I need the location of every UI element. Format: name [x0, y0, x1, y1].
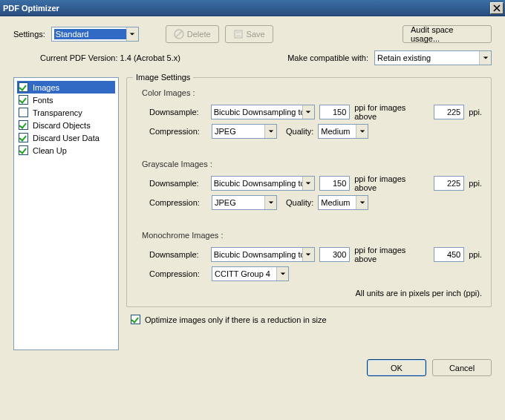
input-value: 300	[333, 250, 346, 259]
dropdown-value: Bicubic Downsampling to	[214, 179, 302, 188]
svg-rect-3	[236, 30, 241, 33]
input-value: 225	[447, 179, 460, 188]
category-label: Fonts	[33, 96, 53, 105]
svg-line-1	[176, 31, 182, 37]
gray-compression-dropdown[interactable]: JPEG	[212, 195, 277, 210]
image-settings-group: Image Settings Color Images : Downsample…	[126, 77, 492, 307]
dropdown-value: JPEG	[215, 198, 264, 207]
chevron-down-icon	[356, 196, 368, 209]
category-label: Discard Objects	[33, 121, 91, 130]
category-list[interactable]: ImagesFontsTransparencyDiscard ObjectsDi…	[13, 77, 119, 350]
compat-value: Retain existing	[377, 53, 479, 62]
color-quality-dropdown[interactable]: Medium	[318, 124, 368, 139]
dialog-footer: OK Cancel	[13, 359, 492, 376]
compression-label: Compression:	[149, 127, 207, 136]
above-label: ppi for images above	[354, 103, 429, 121]
grayscale-images-head: Grayscale Images :	[142, 160, 482, 168]
above-label: ppi for images above	[354, 174, 429, 192]
color-images-head: Color Images :	[142, 88, 482, 97]
gray-downsample-dropdown[interactable]: Bicubic Downsampling to	[211, 176, 315, 191]
settings-label: Settings:	[13, 30, 45, 39]
cancel-button[interactable]: Cancel	[432, 359, 492, 376]
group-legend: Image Settings	[133, 73, 193, 82]
delete-icon	[174, 29, 184, 39]
quality-label: Quality:	[286, 127, 313, 136]
mono-above-ppi-input[interactable]: 450	[434, 247, 464, 262]
color-downsample-dropdown[interactable]: Bicubic Downsampling to	[211, 105, 315, 119]
ppi-label: ppi.	[469, 108, 482, 117]
save-button: Save	[225, 25, 273, 43]
color-above-ppi-input[interactable]: 225	[434, 105, 464, 119]
compat-dropdown[interactable]: Retain existing	[374, 50, 492, 65]
chevron-down-icon	[302, 248, 314, 261]
delete-label: Delete	[187, 30, 211, 39]
units-note: All units are in pixels per inch (ppi).	[136, 289, 482, 298]
ppi-label: ppi.	[469, 179, 482, 188]
downsample-label: Downsample:	[149, 250, 206, 259]
category-checkbox[interactable]	[19, 95, 28, 105]
chevron-down-icon	[356, 125, 368, 138]
category-label: Transparency	[33, 108, 82, 117]
window-title: PDF Optimizer	[3, 4, 490, 13]
ok-button[interactable]: OK	[367, 359, 426, 376]
optimize-only-label: Optimize images only if there is a reduc…	[145, 315, 327, 324]
dropdown-value: Medium	[321, 198, 356, 207]
category-item[interactable]: Discard User Data	[19, 131, 114, 144]
button-label: Cancel	[449, 364, 475, 373]
dropdown-value: JPEG	[215, 127, 264, 136]
input-value: 225	[447, 108, 460, 117]
category-checkbox[interactable]	[19, 108, 28, 117]
color-compression-dropdown[interactable]: JPEG	[212, 124, 277, 139]
toolbar: Settings: Standard Delete Save Audit spa…	[13, 25, 492, 43]
chevron-down-icon	[264, 125, 276, 138]
dropdown-value: Bicubic Downsampling to	[214, 108, 302, 117]
dropdown-value: Medium	[321, 127, 356, 136]
ppi-label: ppi.	[469, 250, 482, 259]
settings-dropdown[interactable]: Standard	[51, 27, 139, 42]
audit-label: Audit space usage...	[411, 25, 483, 43]
compression-label: Compression:	[149, 198, 207, 207]
current-version-label: Current PDF Version: 1.4 (Acrobat 5.x)	[40, 53, 180, 62]
category-checkbox[interactable]	[19, 133, 28, 142]
svg-rect-4	[236, 35, 241, 38]
gray-above-ppi-input[interactable]: 225	[434, 176, 464, 191]
chevron-down-icon	[276, 267, 288, 280]
settings-value: Standard	[54, 29, 126, 39]
category-checkbox[interactable]	[19, 120, 28, 130]
category-label: Discard User Data	[33, 134, 100, 142]
chevron-down-icon	[302, 177, 314, 190]
chevron-down-icon	[302, 105, 314, 119]
mono-ppi-input[interactable]: 300	[319, 247, 350, 262]
category-item[interactable]: Discard Objects	[19, 119, 114, 131]
category-item[interactable]: Transparency	[19, 106, 114, 119]
dropdown-value: CCITT Group 4	[215, 269, 276, 278]
save-label: Save	[247, 30, 265, 39]
compat-label: Make compatible with:	[287, 53, 368, 62]
category-item[interactable]: Images	[17, 81, 115, 93]
close-icon	[493, 4, 501, 12]
mono-compression-dropdown[interactable]: CCITT Group 4	[212, 266, 289, 281]
mono-downsample-dropdown[interactable]: Bicubic Downsampling to	[211, 247, 315, 262]
button-label: OK	[391, 364, 403, 373]
title-bar: PDF Optimizer	[0, 0, 505, 16]
chevron-down-icon	[479, 51, 491, 65]
color-ppi-input[interactable]: 150	[319, 105, 350, 119]
delete-button: Delete	[166, 25, 219, 43]
category-checkbox[interactable]	[19, 82, 28, 92]
gray-quality-dropdown[interactable]: Medium	[318, 195, 368, 210]
close-button[interactable]	[490, 2, 504, 14]
quality-label: Quality:	[286, 198, 313, 207]
compression-label: Compression:	[149, 269, 207, 278]
downsample-label: Downsample:	[149, 108, 206, 117]
audit-space-button[interactable]: Audit space usage...	[403, 25, 492, 43]
version-row: Current PDF Version: 1.4 (Acrobat 5.x) M…	[40, 50, 492, 65]
category-label: Clean Up	[33, 146, 67, 155]
save-icon	[233, 29, 244, 39]
optimize-only-checkbox[interactable]	[131, 315, 140, 324]
category-checkbox[interactable]	[19, 145, 28, 155]
gray-ppi-input[interactable]: 150	[319, 176, 350, 191]
category-item[interactable]: Clean Up	[19, 144, 114, 157]
downsample-label: Downsample:	[149, 179, 206, 188]
category-item[interactable]: Fonts	[19, 93, 114, 106]
dropdown-value: Bicubic Downsampling to	[214, 250, 302, 259]
